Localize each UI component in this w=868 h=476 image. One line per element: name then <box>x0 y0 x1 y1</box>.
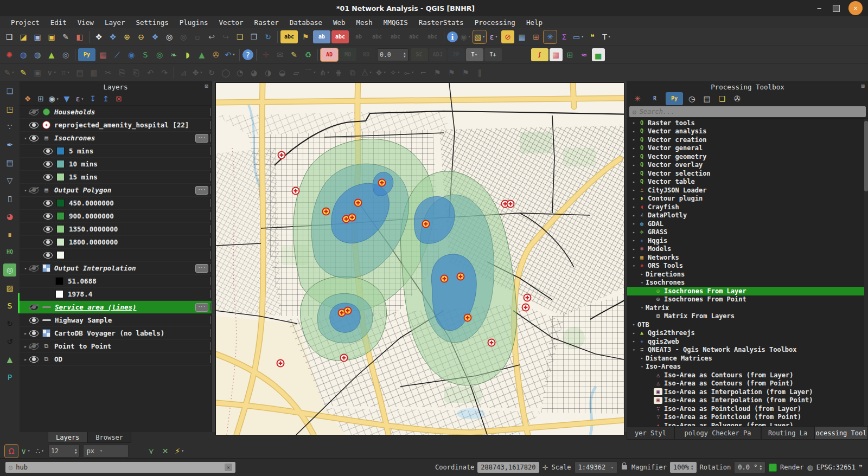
layers-panel-close-icon[interactable]: ⊠ <box>205 82 208 89</box>
add-postgis[interactable]: ▤ <box>3 156 16 169</box>
algorithm-row-vector-analysis[interactable]: ▸QVector analysis <box>627 127 868 136</box>
layer-row-10-mins[interactable]: 10 mins <box>20 158 212 171</box>
current-edits-dropdown[interactable]: ▾ <box>11 70 14 75</box>
algorithm-row-vector-creation[interactable]: ▸QVector creation <box>627 136 868 144</box>
help[interactable]: ? <box>242 49 253 60</box>
contour-tool[interactable]: ◗ <box>181 48 194 61</box>
algorithm-row-iso-areas[interactable]: ▾Iso-Areas <box>627 363 868 371</box>
visibility-toggle[interactable] <box>29 343 39 350</box>
sketch-tool[interactable]: ✎ <box>288 48 301 61</box>
select-features[interactable]: ▧▾ <box>473 30 486 43</box>
algorithm-row-otb[interactable]: ▸OTB <box>627 320 868 329</box>
algorithm-row-qgis2threejs[interactable]: ▸▲Qgis2threejs <box>627 329 868 338</box>
s-tool[interactable]: S <box>3 299 16 312</box>
select-features-dropdown[interactable]: ▾ <box>482 34 485 39</box>
algorithm-row-directions[interactable]: ▸Directions <box>627 270 868 279</box>
expand-arrow-icon[interactable]: ▸ <box>630 188 637 192</box>
web-globe[interactable]: ◍ <box>31 48 44 61</box>
algorithm-row-vector-overlay[interactable]: ▸QVector overlay <box>627 161 868 170</box>
add-delimited-text[interactable]: ∵ <box>3 120 16 133</box>
history[interactable]: ◷ <box>685 92 698 105</box>
locator-clear-icon[interactable]: ✕ <box>225 464 232 471</box>
p-circle-tool[interactable]: P <box>3 371 16 384</box>
layer-row-cartodb-voyager-no-labels[interactable]: ▸CartoDB Voyager (no labels) <box>20 327 212 340</box>
digitize-shape[interactable]: ʃ <box>531 48 548 61</box>
refresh-map[interactable]: ↻ <box>261 30 275 43</box>
osm-place-search[interactable]: ◎ <box>59 48 72 61</box>
zoom-to-selection[interactable]: ◎ <box>163 30 176 43</box>
deselect-all[interactable]: ⊘ <box>501 30 514 43</box>
lock-scale-icon[interactable] <box>622 465 627 469</box>
visibility-toggle[interactable] <box>43 161 53 168</box>
add-group[interactable]: ⊞ <box>35 93 46 104</box>
layer-row-isochrones[interactable]: ▾▤Isochrones··· <box>20 132 212 145</box>
quickmapservices[interactable]: ❧ <box>167 48 180 61</box>
profile-plot[interactable]: ≈ <box>578 48 591 61</box>
table-refresh[interactable]: ♻ <box>302 48 315 61</box>
visibility-toggle[interactable] <box>43 239 53 246</box>
digitize-with-segment-dropdown[interactable]: ▾ <box>54 70 56 75</box>
collapse-all[interactable]: ↥ <box>100 93 111 104</box>
menu-web[interactable]: Web <box>328 18 351 27</box>
coordinate-input[interactable]: 288743,1617820 <box>477 462 539 473</box>
expand-arrow-icon[interactable]: ▾ <box>639 280 646 285</box>
python-console[interactable]: Py <box>78 48 95 61</box>
visibility-toggle[interactable] <box>43 252 53 259</box>
expand-arrow-icon[interactable]: ▾ <box>630 348 637 352</box>
filter-badge[interactable]: ··· <box>195 264 208 273</box>
processing-panel-close-icon[interactable]: ⊠ <box>861 82 865 89</box>
t-minus[interactable]: T- <box>466 48 483 61</box>
expand-arrow-icon[interactable]: ▸ <box>630 230 637 235</box>
expand-arrow-icon[interactable]: ▸ <box>630 213 637 218</box>
algorithm-row-iso-area-as-interpolation-from-point[interactable]: ▣Iso-Area as Interpolation (from Point) <box>627 396 868 405</box>
undo-blue[interactable]: ↶▾ <box>224 48 237 61</box>
menu-database[interactable]: Database <box>284 18 328 27</box>
messages-icon[interactable]: ❞ <box>859 464 863 472</box>
gdrive-layer[interactable]: ▲ <box>3 353 16 366</box>
ors-tools[interactable]: ✺ <box>3 48 16 61</box>
snapping-on-intersection[interactable]: ✕ <box>159 445 172 458</box>
visibility-toggle[interactable] <box>43 174 53 181</box>
offset-point-symbol-dropdown[interactable]: ▾ <box>411 70 414 75</box>
topological-editing[interactable]: ⋎ <box>145 445 158 458</box>
snapping-mode[interactable]: ∨▾ <box>19 445 32 458</box>
algorithm-row-ors-tools[interactable]: ▾✺ORS Tools <box>627 262 868 271</box>
edit-features-in-place[interactable]: ❏ <box>716 92 729 105</box>
expand-arrow-icon[interactable]: ▸ <box>630 247 637 252</box>
zoom-in[interactable]: ⊕ <box>120 30 133 43</box>
visibility-toggle[interactable] <box>43 226 53 233</box>
visibility-toggle[interactable] <box>29 330 39 337</box>
expand-arrow-icon[interactable]: ▸ <box>22 344 29 349</box>
processing-scrollbar[interactable] <box>864 119 868 432</box>
menu-edit[interactable]: Edit <box>45 18 72 27</box>
layer-row-51-0688[interactable]: 51.0688 <box>20 275 212 288</box>
pan-map[interactable]: ✥ <box>92 30 105 43</box>
filter-by-expression[interactable]: ε▾ <box>74 93 85 104</box>
expand-arrow-icon[interactable]: ▸ <box>630 322 637 327</box>
snapping-tolerance-arrows[interactable]: ▲▼ <box>75 448 77 454</box>
dataplotly[interactable]: ▦ <box>97 48 110 61</box>
style-manager[interactable]: ◧ <box>73 30 86 43</box>
statistical-summary[interactable]: Σ <box>558 30 571 43</box>
visibility-toggle[interactable] <box>29 356 39 363</box>
filter-by-expression-dropdown[interactable]: ▾ <box>81 97 84 101</box>
expand-arrow-icon[interactable]: ▸ <box>630 204 637 209</box>
map-canvas[interactable] <box>215 82 624 435</box>
algorithm-row-iso-area-as-pointcloud-from-point[interactable]: ∵Iso-Area as Pointcloud (from Point) <box>627 413 868 422</box>
layer-row-output-interpolation[interactable]: ▾Output Interpolation··· <box>20 262 212 275</box>
expand-arrow-icon[interactable]: ▸ <box>630 196 637 201</box>
algorithm-row-isochrones-from-layer[interactable]: ◎Isochrones From Layer <box>627 287 868 295</box>
crayfish-tool[interactable]: S <box>139 48 152 61</box>
expand-arrow-icon[interactable]: ▾ <box>22 266 29 271</box>
layer-row-households[interactable]: Households <box>20 106 212 119</box>
menu-project[interactable]: Project <box>5 18 45 27</box>
undo-blue-dropdown[interactable]: ▾ <box>232 52 235 57</box>
algorithm-row-grass[interactable]: ▸⟡GRASS <box>627 228 868 237</box>
algorithm-row-raster-tools[interactable]: ▸QRaster tools <box>627 119 868 127</box>
processing-models[interactable]: ✳ <box>631 92 644 105</box>
enable-snapping[interactable]: Ω <box>5 445 18 458</box>
snapping-type[interactable]: ∴▾ <box>33 445 46 458</box>
toggle-editing[interactable]: ✎ <box>17 66 30 79</box>
sld4raster[interactable]: ▦ <box>550 48 563 61</box>
filter-badge[interactable]: ··· <box>195 303 208 312</box>
